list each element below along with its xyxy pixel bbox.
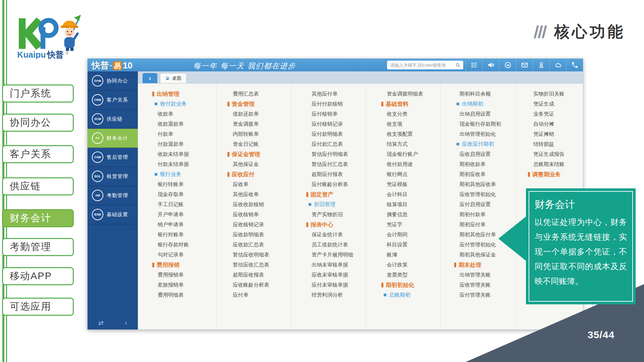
menu-item[interactable]: 期初其他应收单 [454,179,516,189]
menu-group-header[interactable]: 保证金管理 [227,149,291,159]
menu-group-header[interactable]: 应收应付 [227,169,291,179]
menu-item[interactable]: 应付核销单 [306,109,366,119]
menu-item[interactable]: 应付款明细表 [306,129,366,139]
im-icon[interactable]: IM [499,59,516,71]
menu-item[interactable]: 应付付款核销 [306,99,366,109]
menu-item[interactable]: 收支项 [381,119,440,129]
menu-item[interactable]: 凭证生成报告 [528,149,583,159]
menu-item[interactable]: 银行存款对账 [152,240,216,250]
menu-item[interactable]: 应收启用设置 [454,149,516,159]
menu-item[interactable]: 业务凭证 [528,109,583,119]
menu-item[interactable]: 科目设置 [381,240,440,250]
menu-item[interactable]: 暂估应收汇总表 [227,260,291,270]
menu-item[interactable]: 应付管理关账 [454,290,516,300]
menu-item[interactable]: 期初应收单 [454,169,516,179]
menu-item[interactable]: 出纳未审核单据 [306,260,366,270]
nav-item-am[interactable]: AM考勤管理 [88,186,138,205]
menu-item[interactable]: 摘要信息 [381,209,440,220]
nav-item-oam[interactable]: OAM协同办公 [88,71,138,90]
menu-item[interactable]: 资产实物折旧 [306,209,366,220]
menu-item[interactable]: 应收款汇总表 [227,240,291,250]
menu-item[interactable]: 差旅报销单 [152,280,216,290]
menu-item[interactable]: 期初收款单 [454,159,516,169]
menu-item[interactable]: 应收单 [227,179,291,189]
menu-item[interactable]: 应收核销记录 [227,220,291,230]
menu-item[interactable]: 资产卡片被用明细 [306,250,366,260]
menu-item[interactable]: 凭证生成 [528,99,583,109]
menu-item[interactable]: 收款退款单 [152,119,216,129]
menu-group-header[interactable]: 基础资料 [381,99,440,109]
menu-item[interactable]: 费用汇总表 [227,89,291,99]
menu-subgroup-header[interactable]: 折旧管理 [306,199,366,209]
menu-item[interactable]: 结算方式 [381,139,440,149]
panel-swap-icon[interactable]: ⇄ [98,319,104,327]
search-icon[interactable] [455,63,461,68]
menu-item[interactable]: 暂估应付明细表 [306,149,366,159]
menu-group-header[interactable]: 费用报销 [152,260,216,270]
sidebar-item-7[interactable]: 移动APP [2,267,74,285]
menu-item[interactable]: 经营利润分析 [306,290,366,300]
menu-item[interactable]: 手工日记账 [152,199,216,209]
menu-item[interactable]: 资金调拨明细表 [381,89,440,99]
cloud-icon[interactable] [549,59,566,71]
menu-item[interactable]: 结转损益 [528,139,583,149]
menu-item[interactable]: 借款还款单 [227,109,291,119]
menu-item[interactable]: 核算项目 [381,199,440,209]
phone-icon[interactable] [566,59,583,71]
nav-item-fa[interactable]: FA财务会计 [88,129,138,148]
menu-subgroup-header[interactable]: 出纳期初 [454,99,516,109]
sidebar-item-5[interactable]: 财务会计 [2,209,74,227]
menu-item[interactable]: 应付单 [227,290,291,300]
menu-item[interactable]: 应付核销记录 [306,119,366,129]
menu-subgroup-header[interactable]: 应收应付期初 [454,139,516,149]
menu-item[interactable]: 其他应收单 [227,189,291,199]
menu-item[interactable]: 应付未审核单据 [306,280,366,290]
sidebar-item-4[interactable]: 供应链 [2,177,74,195]
menu-group-header[interactable]: 固定资产 [306,189,366,199]
menu-item[interactable]: 凭证摊销 [528,129,583,139]
sidebar-item-6[interactable]: 考勤管理 [2,238,74,256]
menu-item[interactable]: 超期应收报表 [227,270,291,280]
menu-item[interactable]: 其他应付单 [306,89,366,99]
menu-item[interactable]: 银行转账单 [152,179,216,189]
menu-item[interactable]: 会计科目 [381,189,440,199]
menu-item[interactable]: 付款未结单据 [152,159,216,169]
sidebar-item-2[interactable]: 协同办公 [2,114,74,132]
menu-item[interactable]: 超期应付报表 [306,169,366,179]
sidebar-item-3[interactable]: 客户关系 [2,145,74,163]
menu-item[interactable]: 发票类型 [381,270,440,280]
menu-item[interactable]: 出纳管理初始化 [454,129,516,139]
menu-item[interactable]: 会计期间 [381,230,440,240]
menu-group-header[interactable]: 期初初始化 [381,280,440,290]
menu-item[interactable]: 收付款用途 [381,159,440,169]
menu-item[interactable]: 收款单 [152,109,216,119]
menu-item[interactable]: 出纳启用设置 [454,109,516,119]
nav-item-bol[interactable]: BOL租赁管理 [88,167,138,186]
sidebar-item-1[interactable]: 门户系统 [2,84,74,103]
menu-item[interactable]: 暂估应付汇总表 [306,159,366,169]
menu-subgroup-header[interactable]: 银行业务 [152,169,216,179]
menu-item[interactable]: 费用报销单 [152,270,216,280]
menu-item[interactable]: 应收账龄分析表 [227,280,291,290]
menu-subgroup-header[interactable]: 总账期初 [381,290,440,300]
menu-item[interactable]: 应收款明细表 [227,230,291,240]
volume-icon[interactable] [482,59,499,71]
menu-item[interactable]: 应收未审核单据 [306,270,366,280]
menu-item[interactable]: 应付款汇总表 [306,139,366,149]
menu-item[interactable]: 应收核销单 [227,209,291,220]
menu-item[interactable]: 会计政策 [381,260,440,270]
menu-item[interactable]: 现金存取单 [152,189,216,199]
menu-item[interactable]: 实物折旧关账 [528,89,583,99]
list-icon[interactable] [466,59,482,71]
menu-item[interactable]: 现金银行账户 [381,149,440,159]
menu-item[interactable]: 期初科目余额 [454,89,516,99]
nav-item-bsm[interactable]: BSM基础设置 [88,205,138,224]
menu-item[interactable]: 凭证字 [381,220,440,230]
menu-item[interactable]: 付款单 [152,129,216,139]
menu-group-header[interactable]: 报表中心 [306,220,366,230]
menu-item[interactable]: 现金银行存款期初 [454,119,516,129]
nav-item-scm[interactable]: SCM供应链 [88,110,138,129]
nav-item-csm[interactable]: CSM售后管理 [88,148,138,167]
menu-item[interactable]: 暂估应收明细表 [227,250,291,260]
tab-desktop[interactable]: 桌面 [160,73,186,83]
